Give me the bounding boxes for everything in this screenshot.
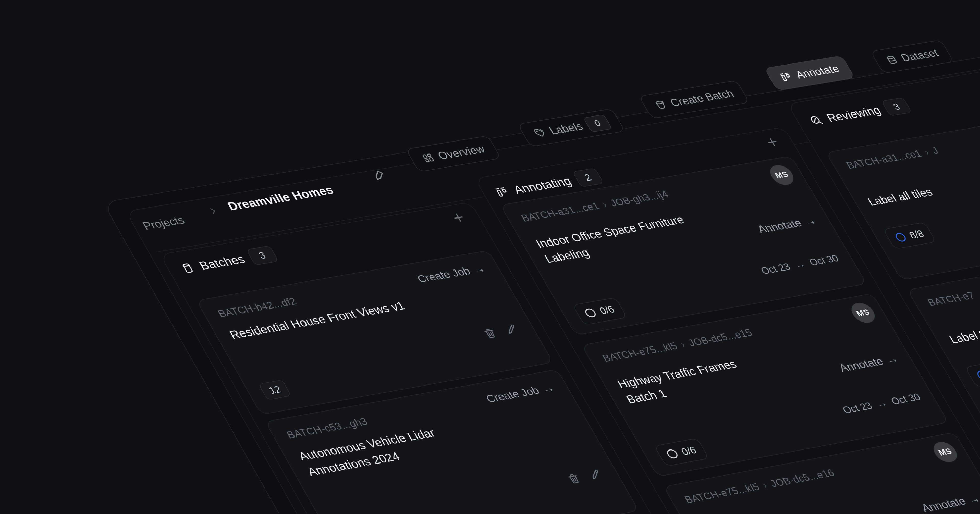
job-title: Indoor Office Space Furniture Labeling: [533, 212, 698, 267]
arrow-right-icon: →: [802, 214, 819, 228]
bucket-icon: [653, 99, 669, 111]
batch-title: Residential House Front Views v1: [226, 282, 496, 343]
pencil-icon[interactable]: [502, 323, 520, 336]
job-title: Highway Traffic Frames Batch 1: [614, 351, 780, 408]
progress-pill: 8/8: [883, 222, 936, 249]
batch-actions: [565, 468, 605, 485]
arrow-right-icon: →: [966, 492, 980, 506]
chevron-right-icon: ›: [678, 339, 687, 349]
progress-pill: [965, 362, 980, 387]
job-batch-id: BATCH-a31...ce1: [519, 200, 601, 224]
kanban-icon: [778, 71, 795, 83]
batches-database-icon: [179, 262, 197, 275]
tilted-board-plane: Overview Labels 0 Create Batch: [0, 0, 980, 514]
batches-count-badge: 3: [246, 246, 279, 265]
arrow-right-icon: →: [792, 259, 808, 271]
job-batch-id: BATCH-a31...ce1: [844, 148, 924, 171]
create-job-link[interactable]: Create Job→: [484, 381, 557, 405]
job-breadcrumb: BATCH-e75...kl5 › JOB-dc5...e16: [682, 467, 837, 505]
batches-column-header: Batches 3: [177, 246, 279, 277]
date-start: Oct 23: [840, 400, 874, 416]
progress-pill: 0/6: [572, 297, 627, 325]
job-batch-id: BATCH-e75...kl5: [682, 481, 762, 505]
job-title: Label all tiles: [865, 159, 980, 209]
reviewing-column-title: Reviewing: [824, 103, 883, 124]
labels-count-badge: 0: [583, 114, 612, 132]
assignee-avatar[interactable]: MS: [766, 163, 797, 186]
progress-ring-icon: [584, 308, 598, 318]
chevron-right-icon: ›: [760, 480, 769, 490]
batches-column-title: Batches: [197, 252, 248, 273]
job-batch-id: BATCH-e7: [926, 290, 977, 308]
date-end: Oct 30: [889, 391, 923, 407]
job-id: JOB-dc5...e16: [768, 467, 837, 489]
batch-id: BATCH-b42...df2: [216, 295, 299, 319]
progress-pill: 0/6: [654, 438, 709, 466]
job-batch-id: BATCH-e75...kl5: [600, 340, 679, 364]
tab-dataset-label: Dataset: [899, 47, 941, 64]
pencil-icon[interactable]: [586, 468, 605, 481]
arrow-right-icon: →: [470, 262, 488, 276]
tab-labels-label: Labels: [547, 121, 585, 137]
annotating-count-badge: 2: [572, 168, 604, 187]
tab-overview-label: Overview: [436, 143, 487, 162]
review-magnifier-icon: [807, 114, 825, 127]
assignee-avatar[interactable]: MS: [847, 301, 879, 324]
annotate-link[interactable]: Annotate→: [755, 214, 819, 236]
app-window: Overview Labels 0 Create Batch: [0, 0, 980, 514]
job-id: JOB-dc5...e15: [686, 327, 754, 349]
date-start: Oct 23: [759, 261, 792, 276]
chevron-right-icon: ›: [923, 147, 931, 157]
arrow-right-icon: →: [539, 381, 557, 395]
job-dates: Oct 23 → Oct 30: [840, 391, 923, 416]
job-breadcrumb: BATCH-e7: [926, 290, 977, 308]
add-batch-button[interactable]: [449, 211, 468, 225]
tab-annotate-label: Annotate: [793, 63, 842, 81]
arrow-right-icon: →: [883, 352, 900, 366]
progress-value: 0/6: [679, 444, 698, 457]
job-dates: Oct 23 → Oct 30: [759, 253, 841, 276]
add-annotating-job-button[interactable]: [763, 135, 782, 149]
progress-value: 0/6: [597, 304, 617, 316]
trash-icon[interactable]: [565, 472, 583, 485]
date-end: Oct 30: [807, 253, 841, 268]
tab-create-batch-label: Create Batch: [668, 87, 736, 109]
job-breadcrumb: BATCH-a31...ce1 › J: [844, 145, 940, 171]
annotate-link[interactable]: Annotate→: [919, 492, 980, 514]
batch-id: BATCH-c53...gh3: [285, 416, 370, 441]
assignee-avatar[interactable]: MS: [929, 440, 961, 464]
reviewing-count-badge: 3: [881, 97, 912, 116]
job-id: J: [930, 145, 940, 156]
chevron-right-icon: ›: [600, 199, 609, 209]
annotating-column-title: Annotating: [511, 174, 574, 196]
create-job-link[interactable]: Create Job→: [415, 262, 488, 285]
arrow-right-icon: →: [874, 398, 889, 410]
annotate-link[interactable]: Annotate→: [837, 352, 900, 374]
reviewing-column-header: Reviewing 3: [806, 97, 912, 129]
batch-items-count-badge: 12: [258, 380, 291, 400]
grid-icon: [420, 152, 437, 164]
progress-value: 8/8: [907, 228, 926, 241]
annotating-kanban-icon: [493, 185, 511, 198]
tag-icon: [531, 127, 548, 139]
progress-ring-complete-icon: [975, 370, 980, 380]
job-id: JOB-gh3...ij4: [608, 189, 670, 209]
trash-icon[interactable]: [481, 327, 499, 340]
progress-ring-icon: [665, 449, 679, 459]
progress-ring-complete-icon: [894, 232, 908, 242]
database-icon: [884, 54, 900, 66]
batch-actions: [481, 323, 520, 340]
